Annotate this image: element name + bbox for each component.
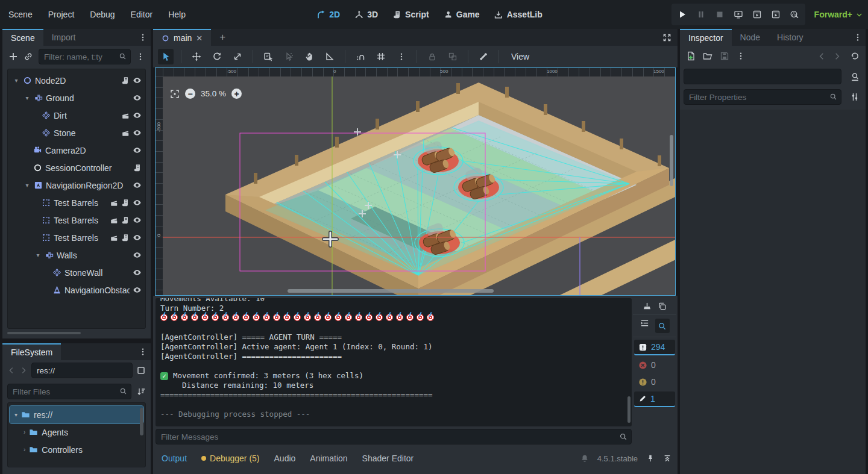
tab-audio[interactable]: Audio	[274, 454, 296, 463]
script-icon[interactable]	[121, 199, 130, 207]
filter-properties-input[interactable]	[684, 89, 841, 105]
filter-messages-input[interactable]	[156, 429, 632, 444]
movie-maker-button[interactable]	[790, 10, 799, 19]
tab-node[interactable]: Node	[732, 29, 769, 46]
split-view-icon[interactable]	[136, 366, 146, 375]
visibility-eye-icon[interactable]	[133, 181, 142, 190]
tab-assetlib[interactable]: AssetLib	[494, 10, 542, 19]
collapse-icon[interactable]: ▾	[24, 95, 31, 101]
search-log-toggle[interactable]	[655, 319, 670, 333]
tab-script[interactable]: Script	[392, 10, 429, 19]
script-icon[interactable]	[133, 164, 142, 172]
visibility-eye-icon[interactable]	[133, 233, 142, 242]
tree-row-ground[interactable]: ▾ Ground	[8, 89, 145, 107]
visibility-eye-icon[interactable]	[133, 285, 142, 295]
new-resource-button[interactable]	[686, 51, 696, 61]
tree-row-test-barrels-1[interactable]: Test Barrels	[8, 194, 145, 211]
dock-menu-icon[interactable]	[139, 348, 147, 356]
back-icon[interactable]	[7, 366, 16, 375]
menu-help[interactable]: Help	[168, 10, 186, 19]
message-count-toggle[interactable]: 294	[634, 340, 675, 355]
grid-snap-button[interactable]	[373, 49, 389, 64]
clear-log-button[interactable]	[643, 302, 652, 311]
collapse-duplicates-button[interactable]	[640, 319, 649, 328]
output-log[interactable]: Movements Available: 10 Turn Number: 2 […	[156, 298, 632, 426]
expand-bottom-panel-icon[interactable]	[663, 454, 671, 463]
tab-import[interactable]: Import	[43, 29, 84, 46]
menu-project[interactable]: Project	[48, 10, 75, 19]
editor-count-toggle[interactable]: 1	[634, 391, 675, 407]
fs-row-controllers[interactable]: › Controllers	[19, 441, 143, 458]
center-view-icon[interactable]	[170, 89, 180, 99]
tab-debugger[interactable]: Debugger (5)	[201, 454, 260, 463]
expand-icon[interactable]: ›	[24, 429, 25, 435]
save-resource-button[interactable]	[720, 51, 729, 61]
tree-row-stone[interactable]: Stone	[8, 124, 145, 142]
filesystem-vscrollbar[interactable]	[140, 408, 143, 435]
select-mode-button[interactable]	[158, 49, 174, 64]
tab-3d[interactable]: 3D	[354, 10, 378, 19]
visibility-eye-icon[interactable]	[133, 251, 142, 260]
visibility-eye-icon[interactable]	[133, 128, 142, 137]
version-label[interactable]: 4.5.1.stable	[597, 454, 638, 463]
close-icon[interactable]: ✕	[196, 34, 203, 43]
spriteframes-icon[interactable]	[121, 111, 130, 120]
play-button[interactable]	[678, 10, 687, 19]
list-select-button[interactable]	[260, 49, 276, 64]
open-docs-icon[interactable]	[848, 71, 862, 82]
lock-button[interactable]	[424, 49, 440, 64]
history-forward-icon[interactable]	[832, 52, 841, 61]
collapse-icon[interactable]: ▾	[14, 411, 17, 418]
spriteframes-icon[interactable]	[110, 199, 118, 207]
tree-row-stonewall[interactable]: StoneWall	[8, 264, 145, 281]
tree-row-test-barrels-2[interactable]: Test Barrels	[8, 211, 145, 229]
spriteframes-icon[interactable]	[110, 216, 118, 225]
warning-count-toggle[interactable]: 0	[634, 375, 675, 389]
tab-animation[interactable]: Animation	[310, 454, 347, 463]
collapse-icon[interactable]: ▾	[13, 77, 20, 84]
menu-editor[interactable]: Editor	[131, 10, 153, 19]
property-tools-icon[interactable]	[848, 92, 862, 102]
scene-tree-menu-icon[interactable]	[136, 52, 145, 61]
play-custom-scene-button[interactable]	[771, 10, 781, 19]
renderer-select[interactable]: Forward+	[814, 0, 863, 29]
selectable-nodes-button[interactable]	[281, 49, 297, 64]
load-resource-button[interactable]	[703, 51, 712, 61]
history-back-icon[interactable]	[817, 52, 826, 61]
new-scene-tab-button[interactable]: +	[211, 29, 234, 46]
skeleton-options-button[interactable]	[476, 49, 491, 64]
ruler-mode-button[interactable]	[322, 49, 338, 64]
snap-options-icon[interactable]	[394, 49, 409, 64]
tab-game[interactable]: Game	[444, 10, 480, 19]
scene-tree-hscrollbar[interactable]	[7, 332, 81, 334]
menu-scene[interactable]: Scene	[8, 10, 33, 19]
log-vscrollbar[interactable]	[627, 396, 631, 423]
copy-log-button[interactable]	[658, 302, 667, 311]
script-icon[interactable]	[121, 216, 130, 225]
path-field[interactable]	[31, 363, 133, 378]
scene-filter-input[interactable]	[39, 49, 131, 64]
collapse-icon[interactable]: ▾	[34, 252, 42, 258]
tree-row-walls[interactable]: ▾ Walls	[8, 246, 145, 264]
expand-icon[interactable]: ›	[24, 446, 25, 453]
visibility-eye-icon[interactable]	[133, 111, 142, 120]
pin-bottom-panel-icon[interactable]	[646, 454, 655, 463]
pan-mode-button[interactable]	[301, 49, 317, 64]
view-menu-button[interactable]: View	[506, 52, 534, 61]
play-scene-button[interactable]	[752, 10, 762, 19]
tab-2d[interactable]: 2D	[316, 10, 340, 19]
tab-inspector[interactable]: Inspector	[680, 29, 732, 46]
fs-row-agents[interactable]: › Agents	[19, 423, 143, 441]
pause-button[interactable]	[696, 10, 706, 19]
tree-row-dirt[interactable]: Dirt	[8, 107, 145, 124]
tab-scene[interactable]: Scene	[2, 29, 43, 46]
tab-shader-editor[interactable]: Shader Editor	[362, 454, 414, 463]
visibility-eye-icon[interactable]	[133, 146, 142, 155]
scene-tab-main[interactable]: main ✕	[153, 29, 211, 46]
menu-debug[interactable]: Debug	[90, 10, 115, 19]
spriteframes-icon[interactable]	[110, 234, 118, 242]
forward-icon[interactable]	[19, 366, 28, 375]
filter-files-input[interactable]	[7, 384, 131, 399]
scale-mode-button[interactable]	[230, 49, 245, 64]
notification-bell-icon[interactable]	[580, 454, 589, 463]
